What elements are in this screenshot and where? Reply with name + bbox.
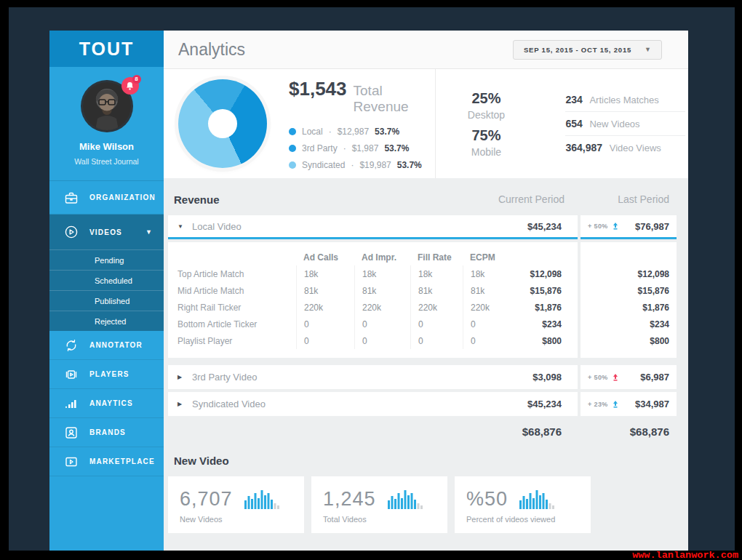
col-header-ad-impr: Ad Impr. — [354, 249, 410, 265]
user-org: Wall Street Journal — [49, 157, 164, 166]
legend-dot — [289, 145, 296, 152]
bell-icon — [126, 81, 134, 90]
stat-value: 654 — [565, 118, 582, 129]
stat-video-views: 364,987 Video Views — [565, 136, 685, 159]
change-pct: + 23% — [588, 401, 608, 408]
metric-label: Total Videos — [323, 515, 436, 524]
sidebar-item-organization[interactable]: ORGANIZATION — [49, 180, 164, 215]
revenue-row-toggle[interactable]: ▼ Local Video $45,234 — [168, 215, 578, 239]
sidebar-item-label: ORGANIZATION — [89, 193, 156, 201]
total-revenue-value: $1,543 — [289, 78, 347, 100]
legend-amount: $1,987 — [352, 143, 379, 153]
detail-table: Ad Calls Ad Impr. Fill Rate ECPM Top Art… — [168, 242, 578, 358]
detail-row-label: Playlist Player — [177, 332, 296, 349]
col-header-ecpm: ECPM — [463, 249, 499, 265]
revenue-row-3rd-party: ▶ 3rd Party Video $3,098 + 50% $6,987 — [168, 365, 677, 389]
play-box-icon — [64, 455, 79, 469]
sidebar-item-label: VIDEOS — [89, 228, 122, 236]
legend-dot — [289, 161, 296, 169]
detail-cell: 0 — [354, 316, 410, 332]
sidebar-item-players[interactable]: PLAYERS — [49, 360, 164, 389]
trend-up-icon — [612, 401, 619, 408]
briefcase-icon — [64, 191, 79, 205]
detail-last-amount: $15,876 — [588, 282, 669, 299]
sidebar-subitem-published[interactable]: Published — [49, 290, 164, 311]
change-pct: + 50% — [588, 374, 608, 381]
revenue-row-last: $6,987 — [640, 372, 669, 383]
caret-right-icon: ▶ — [177, 401, 192, 407]
revenue-row-current: $45,234 — [527, 399, 562, 409]
detail-last-amount: $234 — [588, 316, 669, 332]
detail-cell: 0 — [296, 332, 354, 349]
sidebar-item-annotator[interactable]: ANNOTATOR — [49, 331, 164, 360]
sidebar-subitem-rejected[interactable]: Rejected — [49, 311, 164, 331]
revenue-row-toggle[interactable]: ▶ 3rd Party Video $3,098 — [168, 365, 578, 389]
sidebar-subitem-pending[interactable]: Pending — [49, 249, 164, 270]
detail-row-label: Right Rail Ticker — [177, 299, 296, 316]
scroll-content[interactable]: Revenue Current Period Last Period ▼ Loc… — [164, 178, 688, 551]
sidebar-item-label: PLAYERS — [89, 370, 129, 378]
revenue-summary: $1,543 Total Revenue Local · $12,987 53.… — [164, 69, 436, 178]
legend-item-local: Local · $12,987 53.7% — [289, 127, 435, 137]
mini-bar-chart-icon — [244, 489, 281, 509]
watermark: www.lanlanwork.com — [632, 550, 738, 560]
detail-cell: 0 — [410, 316, 463, 332]
traffic-summary: 25% Desktop 75% Mobile 234 Articles Matc… — [436, 69, 688, 178]
last-period-label: Last Period — [581, 193, 677, 205]
tout-logo[interactable]: TOUT — [79, 39, 135, 60]
detail-cell: 0 — [296, 316, 354, 332]
logo-band: TOUT — [49, 31, 164, 67]
legend-pct: 53.7% — [375, 127, 399, 137]
metric-label: New Videos — [180, 515, 292, 524]
stat-label: New Videos — [589, 119, 639, 129]
revenue-row-label: 3rd Party Video — [192, 372, 257, 383]
detail-row-amount: $15,876 — [499, 282, 562, 299]
detail-row-label: Bottom Article Ticker — [177, 316, 296, 332]
detail-row-amount: $1,876 — [499, 299, 562, 316]
detail-cell: 220k — [296, 299, 354, 316]
change-pct: + 50% — [588, 223, 608, 230]
date-range-value: SEP 15, 2015 - OCT 15, 2015 — [524, 46, 631, 54]
videos-nav-group: VIDEOS ▼ Pending Scheduled Published Rej… — [49, 215, 164, 331]
main-content: Analytics SEP 15, 2015 - OCT 15, 2015 ▼ … — [164, 31, 688, 551]
detail-cell: 81k — [354, 282, 410, 299]
stat-articles-matches: 234 Articles Matches — [565, 88, 685, 112]
sidebar-item-brands[interactable]: BRANDS — [49, 418, 164, 447]
trend-up-icon — [612, 223, 619, 230]
detail-last-amount: $1,876 — [588, 299, 669, 316]
revenue-section-header: Revenue Current Period Last Period — [168, 190, 677, 209]
stat-label: Video Views — [610, 143, 661, 153]
sidebar-item-analytics[interactable]: ANAYTICS — [49, 389, 164, 418]
col-header-fill-rate: Fill Rate — [410, 249, 463, 265]
notification-badge[interactable]: 8 — [121, 77, 139, 95]
new-video-section-header: New Video — [168, 451, 677, 470]
date-range-selector[interactable]: SEP 15, 2015 - OCT 15, 2015 ▼ — [513, 40, 662, 60]
legend-pct: 53.7% — [384, 143, 409, 153]
legend-dot — [289, 128, 296, 135]
revenue-row-last: $76,987 — [635, 221, 669, 232]
revenue-row-last-period: + 50% $76,987 — [581, 215, 677, 239]
revenue-row-current: $45,234 — [527, 221, 562, 232]
local-video-detail: Ad Calls Ad Impr. Fill Rate ECPM Top Art… — [168, 242, 677, 358]
detail-cell: 81k — [296, 282, 354, 299]
revenue-row-local-video: ▼ Local Video $45,234 + 50% $76,987 — [168, 215, 677, 239]
video-play-icon — [64, 225, 79, 239]
detail-last-amount: $800 — [588, 332, 669, 349]
sidebar-item-videos[interactable]: VIDEOS ▼ — [49, 215, 164, 249]
legend-name: 3rd Party — [302, 143, 338, 153]
detail-cell: 18k — [296, 265, 354, 282]
revenue-donut-chart — [178, 79, 267, 168]
mobile-share-value: 75% — [460, 127, 511, 144]
stat-value: 364,987 — [565, 142, 602, 153]
detail-cell: 81k — [463, 282, 499, 299]
metric-card-percent-viewed: %50 — [455, 476, 591, 533]
stat-new-videos: 654 New Videos — [565, 112, 685, 136]
revenue-row-toggle[interactable]: ▶ Syndicated Video $45,234 — [168, 392, 578, 416]
detail-cell: 0 — [354, 332, 410, 349]
detail-cell: 18k — [410, 265, 463, 282]
sidebar-subitem-scheduled[interactable]: Scheduled — [49, 270, 164, 290]
sidebar-item-marketplace[interactable]: MARKETPLACE — [49, 447, 164, 476]
desktop-share-value: 25% — [460, 90, 511, 107]
revenue-row-label: Local Video — [192, 221, 242, 232]
new-video-cards: 6,707 — [168, 476, 677, 533]
